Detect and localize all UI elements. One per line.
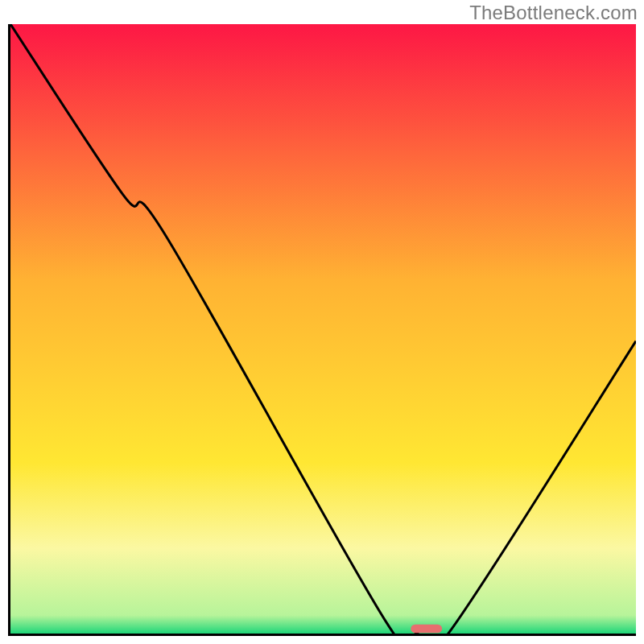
- plot-frame: [8, 24, 636, 636]
- chart-canvas: TheBottleneck.com: [0, 0, 644, 644]
- optimum-marker: [411, 625, 442, 634]
- plot-area: [10, 24, 636, 634]
- curve-layer: [10, 24, 636, 634]
- bottleneck-curve: [10, 24, 636, 634]
- watermark-text: TheBottleneck.com: [469, 2, 638, 24]
